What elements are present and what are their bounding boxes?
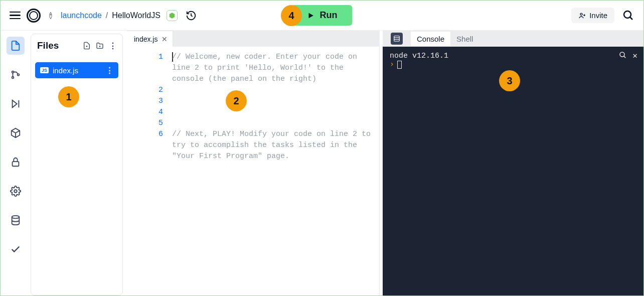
rail-debugger-icon[interactable] bbox=[7, 95, 25, 113]
console-prompt-line: › bbox=[390, 60, 636, 69]
invite-label: Invite bbox=[589, 11, 607, 20]
project-name[interactable]: HelloWorldJS bbox=[112, 11, 160, 20]
files-panel-title: Files bbox=[37, 40, 59, 51]
header-right: Invite bbox=[571, 8, 634, 23]
editor-tabs: index.js ✕ bbox=[127, 31, 380, 47]
editor-panel: index.js ✕ 1 2 3 4 5 6 // Welcome, new c… bbox=[127, 31, 380, 295]
breadcrumb-separator: / bbox=[106, 11, 108, 20]
nodejs-badge-icon[interactable] bbox=[167, 10, 178, 21]
gutter: 1 2 3 4 5 6 bbox=[127, 47, 172, 295]
js-file-icon: JS bbox=[40, 67, 49, 73]
code-line bbox=[172, 107, 373, 118]
rail-checkmark-icon[interactable] bbox=[7, 240, 25, 258]
main-content: Files ⋮ JS index.js ⋮ index.js ✕ 1 2 3 bbox=[1, 31, 643, 295]
editor-body[interactable]: 1 2 3 4 5 6 // Welcome, new coder. Enter… bbox=[127, 47, 380, 295]
svg-point-10 bbox=[14, 190, 17, 193]
editor-tab-indexjs[interactable]: index.js ✕ bbox=[127, 31, 173, 47]
run-button-label: Run bbox=[320, 10, 338, 21]
svg-rect-16 bbox=[394, 36, 400, 42]
rail-settings-icon[interactable] bbox=[7, 182, 25, 200]
right-panel-header: Console Shell bbox=[383, 31, 643, 47]
console-tabs: Console Shell bbox=[411, 32, 479, 46]
line-number: 4 bbox=[127, 107, 163, 118]
layout-toggle-icon[interactable] bbox=[391, 33, 403, 45]
rail-version-control-icon[interactable] bbox=[7, 66, 25, 84]
console-search-icon[interactable] bbox=[618, 51, 627, 60]
tab-shell[interactable]: Shell bbox=[450, 32, 479, 46]
hamburger-menu-icon[interactable] bbox=[10, 12, 21, 20]
console-clear-icon[interactable]: ✕ bbox=[632, 51, 637, 61]
workspace-link[interactable]: launchcode bbox=[61, 11, 102, 20]
svg-point-11 bbox=[12, 216, 20, 219]
global-search-icon[interactable] bbox=[622, 10, 634, 22]
invite-button[interactable]: Invite bbox=[571, 8, 614, 23]
right-panel: Console Shell node v12.16.1 › ✕ bbox=[383, 31, 643, 295]
annotation-marker-4: 4 bbox=[281, 5, 302, 26]
svg-point-7 bbox=[12, 77, 14, 79]
code-line bbox=[172, 85, 373, 96]
sidebar-rail bbox=[1, 31, 30, 295]
code-area[interactable]: // Welcome, new coder. Enter your code o… bbox=[172, 47, 379, 295]
editor-tab-name: index.js bbox=[134, 35, 157, 43]
line-number: 1 bbox=[127, 52, 163, 85]
line-number: 2 bbox=[127, 85, 163, 96]
console-actions: ✕ bbox=[618, 51, 637, 61]
history-icon[interactable] bbox=[186, 10, 197, 21]
svg-point-8 bbox=[18, 74, 20, 76]
code-line: // Welcome, new coder. Enter your code o… bbox=[172, 52, 373, 85]
line-number: 6 bbox=[127, 129, 163, 162]
new-file-icon[interactable] bbox=[83, 42, 91, 50]
console-output-line: node v12.16.1 bbox=[390, 52, 636, 60]
replit-logo-icon[interactable] bbox=[27, 9, 41, 23]
code-line: // Next, PLAY! Modify your code on line … bbox=[172, 129, 373, 162]
file-item-menu-icon[interactable]: ⋮ bbox=[106, 66, 113, 75]
svg-point-6 bbox=[12, 71, 14, 73]
file-item-indexjs[interactable]: JS index.js ⋮ bbox=[35, 62, 118, 78]
annotation-marker-1: 1 bbox=[58, 86, 79, 107]
rail-secrets-icon[interactable] bbox=[7, 153, 25, 171]
file-item-name: index.js bbox=[53, 66, 102, 75]
svg-point-4 bbox=[624, 11, 631, 18]
tab-console[interactable]: Console bbox=[411, 32, 450, 46]
breadcrumb: launchcode / HelloWorldJS bbox=[61, 11, 160, 20]
svg-point-19 bbox=[620, 52, 624, 57]
files-more-icon[interactable]: ⋮ bbox=[109, 41, 116, 51]
line-number: 5 bbox=[127, 118, 163, 129]
console-cursor bbox=[397, 61, 402, 69]
rail-files-icon[interactable] bbox=[7, 37, 25, 55]
files-panel-actions: ⋮ bbox=[83, 41, 116, 51]
rail-database-icon[interactable] bbox=[7, 211, 25, 229]
tab-close-icon[interactable]: ✕ bbox=[162, 35, 168, 43]
annotation-marker-3: 3 bbox=[499, 70, 520, 91]
annotation-marker-2: 2 bbox=[226, 90, 247, 111]
svg-rect-9 bbox=[13, 162, 19, 166]
line-number: 3 bbox=[127, 96, 163, 107]
svg-line-20 bbox=[624, 56, 625, 58]
new-folder-icon[interactable] bbox=[96, 42, 104, 50]
svg-point-1 bbox=[580, 13, 582, 15]
code-line bbox=[172, 96, 373, 107]
rocket-icon bbox=[47, 10, 55, 22]
code-line bbox=[172, 118, 373, 129]
files-panel-header: Files ⋮ bbox=[35, 39, 118, 52]
files-panel: Files ⋮ JS index.js ⋮ bbox=[31, 34, 123, 295]
svg-point-0 bbox=[50, 14, 51, 15]
svg-line-5 bbox=[630, 17, 632, 20]
prompt-icon: › bbox=[390, 60, 394, 69]
rail-packages-icon[interactable] bbox=[7, 124, 25, 142]
user-plus-icon bbox=[578, 12, 586, 20]
header: launchcode / HelloWorldJS Run Invite bbox=[1, 1, 643, 31]
